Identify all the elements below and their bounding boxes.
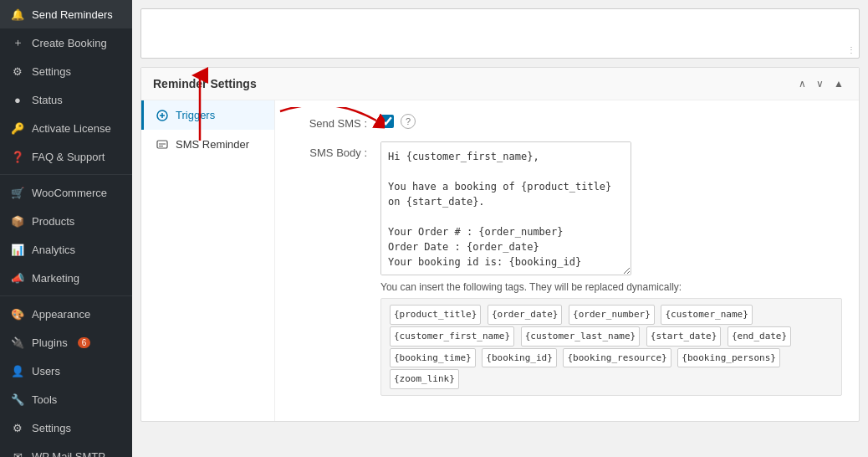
reminder-settings-panel: Reminder Settings ∧ ∨ ▲ Triggers xyxy=(140,67,860,422)
tag-customer-last-name: {customer_last_name} xyxy=(521,326,640,347)
sidebar-item-woocommerce[interactable]: 🛒 WooCommerce xyxy=(0,178,132,207)
sms-icon xyxy=(156,139,169,151)
tag-zoom-link: {zoom_link} xyxy=(390,369,459,389)
mail-icon: ✉ xyxy=(10,449,25,457)
sms-body-row: SMS Body : You can insert the following … xyxy=(292,141,842,396)
tag-customer-name: {customer_name} xyxy=(661,305,752,325)
tag-order-date: {order_date} xyxy=(488,305,562,325)
tag-customer-first-name: {customer_first_name} xyxy=(390,326,514,347)
sidebar-item-wp-mail-smtp[interactable]: ✉ WP Mail SMTP xyxy=(0,442,132,457)
panel-controls: ∧ ∨ ▲ xyxy=(795,76,847,91)
send-sms-field: ? xyxy=(380,114,416,129)
arrow-right-indicator xyxy=(263,107,385,136)
tag-order-number: {order_number} xyxy=(569,305,655,325)
wrench-icon: 🔧 xyxy=(10,392,25,407)
panel-header: Reminder Settings ∧ ∨ ▲ xyxy=(141,68,859,100)
tag-start-date: {start_date} xyxy=(646,326,721,347)
panel-nav: Triggers SMS Reminder xyxy=(141,100,275,421)
box-icon: 📦 xyxy=(10,213,25,228)
panel-expand-button[interactable]: ▲ xyxy=(830,76,847,91)
plus-icon: ＋ xyxy=(10,35,25,50)
bell-icon: 🔔 xyxy=(10,7,25,22)
key-icon: 🔑 xyxy=(10,121,25,136)
sidebar-item-marketing[interactable]: 📣 Marketing xyxy=(0,264,132,292)
panel-body: Triggers SMS Reminder xyxy=(141,100,859,421)
sidebar-item-settings2[interactable]: ⚙ Settings xyxy=(0,413,132,442)
gear2-icon: ⚙ xyxy=(10,420,25,435)
send-sms-row: Send SMS : ? xyxy=(292,114,842,130)
sms-body-label: SMS Body : xyxy=(292,141,367,159)
sidebar-item-send-reminders[interactable]: 🔔 Send Reminders xyxy=(0,0,132,28)
circle-icon: ● xyxy=(10,92,25,107)
chart-icon: 📊 xyxy=(10,242,25,257)
send-sms-help-icon[interactable]: ? xyxy=(401,114,416,129)
sms-body-textarea[interactable] xyxy=(380,141,631,275)
sidebar-item-products[interactable]: 📦 Products xyxy=(0,207,132,235)
top-area xyxy=(140,8,860,59)
main-content: Reminder Settings ∧ ∨ ▲ Triggers xyxy=(132,0,868,457)
tag-booking-resource: {booking_resource} xyxy=(563,348,671,368)
sidebar-item-settings[interactable]: ⚙ Settings xyxy=(0,57,132,85)
plugins-badge: 6 xyxy=(78,337,91,348)
tag-booking-time: {booking_time} xyxy=(390,348,476,368)
sidebar-item-create-booking[interactable]: ＋ Create Booking xyxy=(0,28,132,57)
sms-reminder-nav-area: SMS Reminder xyxy=(141,130,274,159)
panel-collapse-up-button[interactable]: ∧ xyxy=(795,76,809,91)
sms-body-field: You can insert the following tags. They … xyxy=(380,141,842,396)
tags-section: You can insert the following tags. They … xyxy=(380,281,842,396)
tag-booking-persons: {booking_persons} xyxy=(677,348,780,368)
sidebar-item-plugins[interactable]: 🔌 Plugins 6 xyxy=(0,328,132,357)
sidebar-item-status[interactable]: ● Status xyxy=(0,85,132,114)
sidebar-item-appearance[interactable]: 🎨 Appearance xyxy=(0,300,132,328)
tags-container: {product_title} {order_date} {order_numb… xyxy=(380,298,842,396)
sidebar-item-tools[interactable]: 🔧 Tools xyxy=(0,385,132,413)
brush-icon: 🎨 xyxy=(10,306,25,321)
woo-icon: 🛒 xyxy=(10,185,25,200)
tag-booking-id: {booking_id} xyxy=(482,348,556,368)
triggers-icon xyxy=(156,110,169,121)
arrow-up-indicator xyxy=(187,67,212,142)
sidebar: 🔔 Send Reminders ＋ Create Booking ⚙ Sett… xyxy=(0,0,132,457)
sidebar-item-activate-license[interactable]: 🔑 Activate License xyxy=(0,114,132,142)
plugin-icon: 🔌 xyxy=(10,335,25,350)
sidebar-item-users[interactable]: 👤 Users xyxy=(0,357,132,385)
sidebar-item-faq-support[interactable]: ❓ FAQ & Support xyxy=(0,142,132,171)
question-icon: ❓ xyxy=(10,149,25,164)
tag-end-date: {end_date} xyxy=(728,326,791,347)
tag-product-title: {product_title} xyxy=(390,305,481,325)
panel-collapse-down-button[interactable]: ∨ xyxy=(813,76,827,91)
sidebar-item-analytics[interactable]: 📊 Analytics xyxy=(0,235,132,264)
tags-description: You can insert the following tags. They … xyxy=(380,281,842,293)
gear-icon: ⚙ xyxy=(10,64,25,79)
megaphone-icon: 📣 xyxy=(10,270,25,285)
user-icon: 👤 xyxy=(10,363,25,378)
panel-content: Send SMS : ? xyxy=(275,100,859,421)
